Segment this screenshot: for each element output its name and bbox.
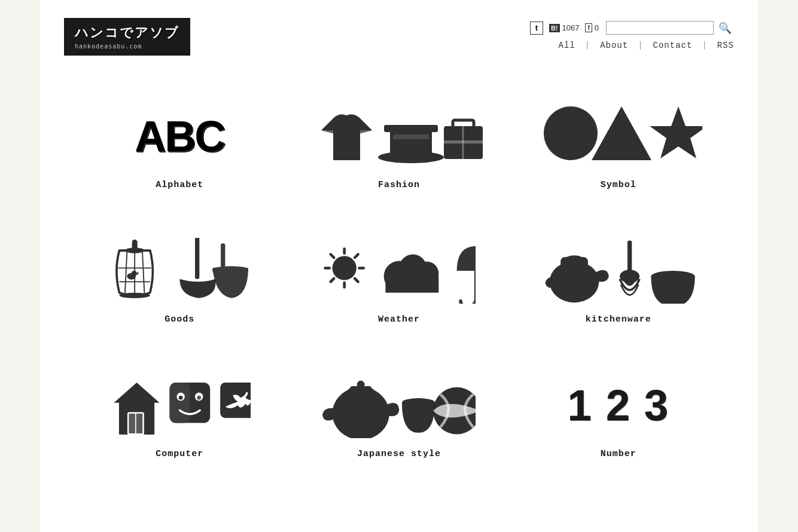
nav-contact[interactable]: Contact <box>653 41 693 50</box>
svg-line-32 <box>355 279 358 282</box>
logo-english: hankodeasabu.com <box>75 43 179 50</box>
category-grid: ABC Alphabet <box>64 91 734 471</box>
category-item-weather[interactable]: Weather <box>296 226 503 337</box>
svg-point-61 <box>357 381 364 389</box>
svg-rect-52 <box>169 383 190 423</box>
category-label-computer: Computer <box>156 449 203 459</box>
category-label-fashion: Fashion <box>378 180 420 190</box>
svg-rect-43 <box>628 241 632 274</box>
nav-rss[interactable]: RSS <box>717 41 734 50</box>
category-label-japanese: Japanese style <box>357 449 441 459</box>
nav-about[interactable]: About <box>600 41 628 50</box>
header: ハンコでアソブ hankodeasabu.com t B! 1067 f 0 <box>64 0 734 62</box>
svg-point-62 <box>402 398 435 407</box>
category-item-computer[interactable]: Computer <box>76 360 284 471</box>
svg-point-8 <box>544 106 598 160</box>
svg-line-33 <box>355 255 358 258</box>
category-label-alphabet: Alphabet <box>156 180 203 190</box>
goods-svg <box>103 238 257 304</box>
category-illustration-alphabet: ABC <box>135 103 224 169</box>
svg-marker-9 <box>592 106 651 160</box>
nav-sep-3: | <box>702 41 707 50</box>
category-illustration-kitchenware <box>541 238 695 304</box>
page-wrapper: ハンコでアソブ hankodeasabu.com t B! 1067 f 0 <box>40 0 758 532</box>
bookmark-icon: B! <box>549 24 560 32</box>
abc-text: ABC <box>135 112 224 161</box>
svg-rect-25 <box>212 268 248 272</box>
nav-sep-1: | <box>585 41 590 50</box>
svg-line-18 <box>125 252 127 296</box>
category-label-number: Number <box>601 449 636 459</box>
category-item-kitchenware[interactable]: kitchenware <box>514 226 722 337</box>
nav-all[interactable]: All <box>559 41 575 50</box>
svg-point-55 <box>179 396 183 400</box>
svg-point-45 <box>651 271 695 282</box>
nav-sep-2: | <box>638 41 643 50</box>
bookmark-count[interactable]: B! 1067 <box>549 23 580 32</box>
twitter-icon[interactable]: t <box>530 22 543 35</box>
svg-point-13 <box>132 240 138 245</box>
facebook-count[interactable]: f 0 <box>585 23 599 32</box>
svg-marker-46 <box>114 383 159 403</box>
category-label-goods: Goods <box>165 314 194 325</box>
svg-rect-23 <box>195 238 199 279</box>
main-nav: All | About | Contact | RSS <box>559 41 734 50</box>
svg-rect-2 <box>384 125 438 132</box>
svg-point-20 <box>119 293 150 298</box>
logo-japanese: ハンコでアソブ <box>75 24 179 42</box>
svg-point-26 <box>332 256 356 280</box>
facebook-icon: f <box>585 23 592 32</box>
search-input[interactable] <box>606 21 714 35</box>
svg-point-56 <box>197 396 201 400</box>
social-links: t B! 1067 f 0 <box>530 22 599 35</box>
category-item-symbol[interactable]: Symbol <box>514 91 722 202</box>
search-button[interactable]: 🔍 <box>716 22 734 35</box>
symbol-svg <box>535 103 702 169</box>
computer-svg <box>109 372 251 438</box>
site-logo[interactable]: ハンコでアソブ hankodeasabu.com <box>64 18 190 56</box>
svg-rect-3 <box>393 134 429 139</box>
category-illustration-weather <box>322 238 476 304</box>
search-area: 🔍 <box>606 21 734 35</box>
svg-line-19 <box>142 252 145 296</box>
category-label-kitchenware: kitchenware <box>586 314 651 325</box>
svg-point-42 <box>565 255 584 264</box>
facebook-number: 0 <box>595 23 599 32</box>
category-illustration-computer <box>109 372 251 438</box>
category-item-fashion[interactable]: Fashion <box>296 91 503 202</box>
svg-line-31 <box>330 255 333 258</box>
fashion-svg <box>315 103 483 169</box>
kitchenware-svg <box>541 238 695 304</box>
category-illustration-fashion <box>315 103 483 169</box>
header-right: t B! 1067 f 0 🔍 All <box>530 18 734 50</box>
bookmark-number: 1067 <box>562 23 580 32</box>
weather-svg <box>322 238 476 304</box>
category-illustration-goods <box>103 238 257 304</box>
category-label-symbol: Symbol <box>601 180 636 190</box>
svg-line-34 <box>330 279 333 282</box>
category-item-number[interactable]: 1 2 3 Number <box>514 360 722 471</box>
category-illustration-symbol <box>535 103 702 169</box>
category-illustration-number: 1 2 3 <box>568 372 669 438</box>
number-text: 1 2 3 <box>568 381 669 430</box>
svg-rect-38 <box>385 276 438 292</box>
category-label-weather: Weather <box>378 314 420 325</box>
svg-marker-10 <box>650 106 702 158</box>
category-item-japanese[interactable]: Japanese style <box>296 360 503 471</box>
category-illustration-japanese <box>322 372 476 438</box>
category-item-alphabet[interactable]: ABC Alphabet <box>76 91 284 202</box>
category-item-goods[interactable]: Goods <box>76 226 284 337</box>
japanese-svg <box>322 372 476 438</box>
